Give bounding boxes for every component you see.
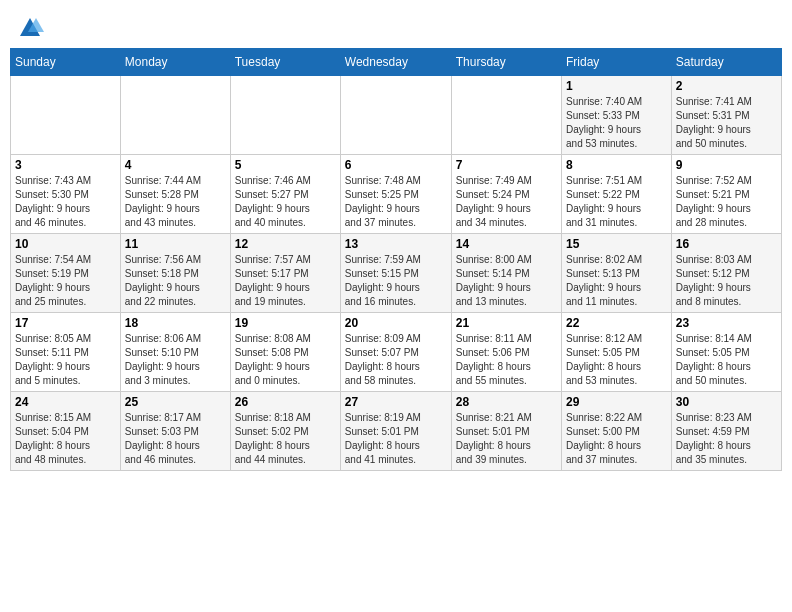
calendar-cell: 24Sunrise: 8:15 AM Sunset: 5:04 PM Dayli… xyxy=(11,392,121,471)
day-info: Sunrise: 8:19 AM Sunset: 5:01 PM Dayligh… xyxy=(345,411,447,467)
calendar-cell: 30Sunrise: 8:23 AM Sunset: 4:59 PM Dayli… xyxy=(671,392,781,471)
weekday-header-wednesday: Wednesday xyxy=(340,49,451,76)
day-number: 10 xyxy=(15,237,116,251)
calendar-cell: 25Sunrise: 8:17 AM Sunset: 5:03 PM Dayli… xyxy=(120,392,230,471)
day-number: 22 xyxy=(566,316,667,330)
day-info: Sunrise: 8:06 AM Sunset: 5:10 PM Dayligh… xyxy=(125,332,226,388)
day-number: 8 xyxy=(566,158,667,172)
day-number: 4 xyxy=(125,158,226,172)
day-info: Sunrise: 8:12 AM Sunset: 5:05 PM Dayligh… xyxy=(566,332,667,388)
weekday-header-tuesday: Tuesday xyxy=(230,49,340,76)
weekday-header-friday: Friday xyxy=(562,49,672,76)
calendar-cell: 9Sunrise: 7:52 AM Sunset: 5:21 PM Daylig… xyxy=(671,155,781,234)
calendar-cell: 7Sunrise: 7:49 AM Sunset: 5:24 PM Daylig… xyxy=(451,155,561,234)
day-number: 5 xyxy=(235,158,336,172)
logo xyxy=(14,14,44,42)
day-number: 9 xyxy=(676,158,777,172)
calendar-cell: 18Sunrise: 8:06 AM Sunset: 5:10 PM Dayli… xyxy=(120,313,230,392)
day-number: 28 xyxy=(456,395,557,409)
day-number: 30 xyxy=(676,395,777,409)
day-number: 23 xyxy=(676,316,777,330)
calendar-cell xyxy=(11,76,121,155)
day-info: Sunrise: 8:14 AM Sunset: 5:05 PM Dayligh… xyxy=(676,332,777,388)
day-number: 7 xyxy=(456,158,557,172)
calendar-cell: 15Sunrise: 8:02 AM Sunset: 5:13 PM Dayli… xyxy=(562,234,672,313)
calendar-cell: 3Sunrise: 7:43 AM Sunset: 5:30 PM Daylig… xyxy=(11,155,121,234)
day-info: Sunrise: 7:52 AM Sunset: 5:21 PM Dayligh… xyxy=(676,174,777,230)
day-number: 11 xyxy=(125,237,226,251)
calendar-cell xyxy=(340,76,451,155)
calendar-cell: 8Sunrise: 7:51 AM Sunset: 5:22 PM Daylig… xyxy=(562,155,672,234)
day-info: Sunrise: 7:57 AM Sunset: 5:17 PM Dayligh… xyxy=(235,253,336,309)
calendar-cell: 26Sunrise: 8:18 AM Sunset: 5:02 PM Dayli… xyxy=(230,392,340,471)
day-info: Sunrise: 8:15 AM Sunset: 5:04 PM Dayligh… xyxy=(15,411,116,467)
calendar-cell: 4Sunrise: 7:44 AM Sunset: 5:28 PM Daylig… xyxy=(120,155,230,234)
day-info: Sunrise: 7:56 AM Sunset: 5:18 PM Dayligh… xyxy=(125,253,226,309)
calendar-cell: 1Sunrise: 7:40 AM Sunset: 5:33 PM Daylig… xyxy=(562,76,672,155)
day-number: 1 xyxy=(566,79,667,93)
calendar-week-row: 10Sunrise: 7:54 AM Sunset: 5:19 PM Dayli… xyxy=(11,234,782,313)
day-info: Sunrise: 7:41 AM Sunset: 5:31 PM Dayligh… xyxy=(676,95,777,151)
day-info: Sunrise: 8:02 AM Sunset: 5:13 PM Dayligh… xyxy=(566,253,667,309)
calendar-cell: 13Sunrise: 7:59 AM Sunset: 5:15 PM Dayli… xyxy=(340,234,451,313)
day-info: Sunrise: 7:43 AM Sunset: 5:30 PM Dayligh… xyxy=(15,174,116,230)
day-info: Sunrise: 7:59 AM Sunset: 5:15 PM Dayligh… xyxy=(345,253,447,309)
weekday-header-monday: Monday xyxy=(120,49,230,76)
day-info: Sunrise: 8:11 AM Sunset: 5:06 PM Dayligh… xyxy=(456,332,557,388)
day-info: Sunrise: 8:21 AM Sunset: 5:01 PM Dayligh… xyxy=(456,411,557,467)
day-number: 13 xyxy=(345,237,447,251)
calendar-week-row: 24Sunrise: 8:15 AM Sunset: 5:04 PM Dayli… xyxy=(11,392,782,471)
page-header xyxy=(10,10,782,42)
day-info: Sunrise: 8:23 AM Sunset: 4:59 PM Dayligh… xyxy=(676,411,777,467)
calendar-week-row: 3Sunrise: 7:43 AM Sunset: 5:30 PM Daylig… xyxy=(11,155,782,234)
day-number: 19 xyxy=(235,316,336,330)
day-info: Sunrise: 8:17 AM Sunset: 5:03 PM Dayligh… xyxy=(125,411,226,467)
weekday-header-thursday: Thursday xyxy=(451,49,561,76)
day-info: Sunrise: 8:05 AM Sunset: 5:11 PM Dayligh… xyxy=(15,332,116,388)
day-number: 14 xyxy=(456,237,557,251)
calendar-cell: 17Sunrise: 8:05 AM Sunset: 5:11 PM Dayli… xyxy=(11,313,121,392)
day-number: 16 xyxy=(676,237,777,251)
weekday-header-row: SundayMondayTuesdayWednesdayThursdayFrid… xyxy=(11,49,782,76)
day-number: 18 xyxy=(125,316,226,330)
weekday-header-saturday: Saturday xyxy=(671,49,781,76)
day-info: Sunrise: 7:40 AM Sunset: 5:33 PM Dayligh… xyxy=(566,95,667,151)
calendar-table: SundayMondayTuesdayWednesdayThursdayFrid… xyxy=(10,48,782,471)
calendar-cell: 28Sunrise: 8:21 AM Sunset: 5:01 PM Dayli… xyxy=(451,392,561,471)
day-info: Sunrise: 8:22 AM Sunset: 5:00 PM Dayligh… xyxy=(566,411,667,467)
day-number: 12 xyxy=(235,237,336,251)
day-info: Sunrise: 7:44 AM Sunset: 5:28 PM Dayligh… xyxy=(125,174,226,230)
day-number: 3 xyxy=(15,158,116,172)
day-info: Sunrise: 7:51 AM Sunset: 5:22 PM Dayligh… xyxy=(566,174,667,230)
day-info: Sunrise: 8:09 AM Sunset: 5:07 PM Dayligh… xyxy=(345,332,447,388)
calendar-cell: 6Sunrise: 7:48 AM Sunset: 5:25 PM Daylig… xyxy=(340,155,451,234)
logo-icon xyxy=(16,14,44,42)
day-number: 6 xyxy=(345,158,447,172)
calendar-cell: 27Sunrise: 8:19 AM Sunset: 5:01 PM Dayli… xyxy=(340,392,451,471)
weekday-header-sunday: Sunday xyxy=(11,49,121,76)
calendar-cell: 20Sunrise: 8:09 AM Sunset: 5:07 PM Dayli… xyxy=(340,313,451,392)
calendar-cell: 29Sunrise: 8:22 AM Sunset: 5:00 PM Dayli… xyxy=(562,392,672,471)
calendar-cell: 2Sunrise: 7:41 AM Sunset: 5:31 PM Daylig… xyxy=(671,76,781,155)
day-number: 29 xyxy=(566,395,667,409)
day-number: 24 xyxy=(15,395,116,409)
day-info: Sunrise: 7:54 AM Sunset: 5:19 PM Dayligh… xyxy=(15,253,116,309)
day-number: 27 xyxy=(345,395,447,409)
calendar-cell: 23Sunrise: 8:14 AM Sunset: 5:05 PM Dayli… xyxy=(671,313,781,392)
calendar-cell: 11Sunrise: 7:56 AM Sunset: 5:18 PM Dayli… xyxy=(120,234,230,313)
calendar-cell: 14Sunrise: 8:00 AM Sunset: 5:14 PM Dayli… xyxy=(451,234,561,313)
day-info: Sunrise: 7:49 AM Sunset: 5:24 PM Dayligh… xyxy=(456,174,557,230)
day-number: 26 xyxy=(235,395,336,409)
calendar-cell: 5Sunrise: 7:46 AM Sunset: 5:27 PM Daylig… xyxy=(230,155,340,234)
calendar-week-row: 1Sunrise: 7:40 AM Sunset: 5:33 PM Daylig… xyxy=(11,76,782,155)
calendar-cell xyxy=(120,76,230,155)
day-info: Sunrise: 8:03 AM Sunset: 5:12 PM Dayligh… xyxy=(676,253,777,309)
day-number: 25 xyxy=(125,395,226,409)
day-number: 15 xyxy=(566,237,667,251)
day-info: Sunrise: 8:18 AM Sunset: 5:02 PM Dayligh… xyxy=(235,411,336,467)
calendar-cell: 12Sunrise: 7:57 AM Sunset: 5:17 PM Dayli… xyxy=(230,234,340,313)
day-info: Sunrise: 7:48 AM Sunset: 5:25 PM Dayligh… xyxy=(345,174,447,230)
day-info: Sunrise: 7:46 AM Sunset: 5:27 PM Dayligh… xyxy=(235,174,336,230)
calendar-cell: 21Sunrise: 8:11 AM Sunset: 5:06 PM Dayli… xyxy=(451,313,561,392)
calendar-week-row: 17Sunrise: 8:05 AM Sunset: 5:11 PM Dayli… xyxy=(11,313,782,392)
